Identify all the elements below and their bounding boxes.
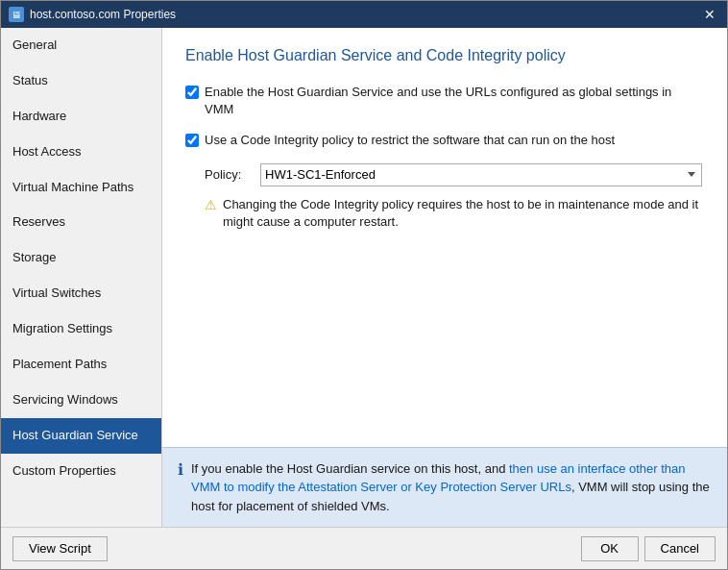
content-area: Enable Host Guardian Service and Code In… (162, 28, 727, 527)
enable-hgs-checkbox[interactable] (185, 86, 199, 99)
window-icon: 🖥 (9, 7, 24, 22)
sidebar-item-host-guardian-service[interactable]: Host Guardian Service (1, 418, 161, 454)
view-script-button[interactable]: View Script (12, 536, 108, 561)
warning-row: ⚠ Changing the Code Integrity policy req… (205, 196, 704, 231)
option-row-2: Use a Code Integrity policy to restrict … (185, 132, 704, 149)
code-integrity-label: Use a Code Integrity policy to restrict … (205, 132, 615, 149)
policy-label: Policy: (205, 167, 253, 182)
sidebar-item-reserves[interactable]: Reserves (1, 205, 161, 240)
footer-right: OK Cancel (581, 536, 716, 561)
titlebar-title: host.contoso.com Properties (30, 8, 176, 21)
titlebar-left: 🖥 host.contoso.com Properties (9, 7, 176, 22)
ok-button[interactable]: OK (581, 536, 639, 561)
dialog-body: General Status Hardware Host Access Virt… (1, 28, 727, 527)
sidebar-item-migration-settings[interactable]: Migration Settings (1, 311, 161, 347)
enable-hgs-label: Enable the Host Guardian Service and use… (205, 84, 704, 118)
sidebar-item-general[interactable]: General (1, 28, 161, 63)
dialog-window: 🖥 host.contoso.com Properties ✕ General … (0, 0, 728, 570)
info-link-text: then use an interface other than VMM to … (191, 461, 686, 495)
content-main: Enable Host Guardian Service and Code In… (162, 28, 727, 447)
sidebar-item-virtual-switches[interactable]: Virtual Switches (1, 276, 161, 311)
page-title: Enable Host Guardian Service and Code In… (185, 47, 704, 64)
sidebar-item-host-access[interactable]: Host Access (1, 135, 161, 170)
info-banner: ℹ If you enable the Host Guardian servic… (162, 447, 727, 528)
policy-select[interactable]: HW1-SC1-Enforced Policy2 Policy3 (260, 163, 702, 186)
titlebar: 🖥 host.contoso.com Properties ✕ (1, 1, 727, 28)
sidebar-item-placement-paths[interactable]: Placement Paths (1, 347, 161, 383)
policy-row: Policy: HW1-SC1-Enforced Policy2 Policy3 (205, 163, 704, 186)
close-button[interactable]: ✕ (700, 5, 719, 24)
warning-icon: ⚠ (205, 197, 217, 212)
code-integrity-checkbox[interactable] (185, 134, 199, 147)
warning-text: Changing the Code Integrity policy requi… (223, 196, 704, 231)
sidebar-item-custom-properties[interactable]: Custom Properties (1, 454, 161, 489)
sidebar-item-storage[interactable]: Storage (1, 240, 161, 276)
sidebar-item-hardware[interactable]: Hardware (1, 99, 161, 135)
sidebar: General Status Hardware Host Access Virt… (1, 28, 162, 527)
option-row-1: Enable the Host Guardian Service and use… (185, 84, 704, 118)
info-icon: ℹ (178, 460, 183, 479)
info-text: If you enable the Host Guardian service … (191, 459, 712, 516)
dialog-footer: View Script OK Cancel (1, 527, 727, 569)
cancel-button[interactable]: Cancel (644, 536, 716, 561)
sidebar-item-status[interactable]: Status (1, 63, 161, 99)
sidebar-item-servicing-windows[interactable]: Servicing Windows (1, 383, 161, 418)
sidebar-item-virtual-machine-paths[interactable]: Virtual Machine Paths (1, 170, 161, 206)
